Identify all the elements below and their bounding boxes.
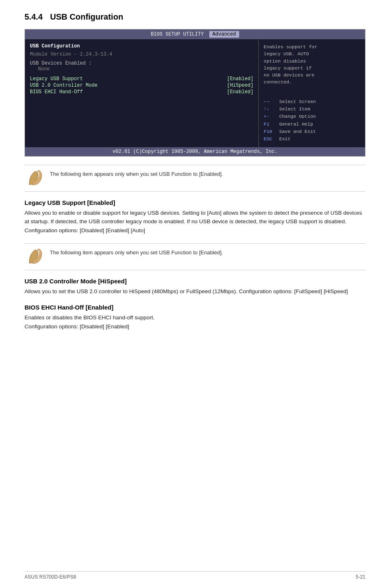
bios-key-desc-2: Change Option	[279, 113, 316, 120]
bios-setting-name-2: BIOS EHCI Hand-Off	[30, 89, 83, 95]
bios-setting-val-1: [HiSpeed]	[227, 83, 253, 88]
bios-key-0: ←→	[264, 98, 276, 105]
bios-setting-row-1[interactable]: USB 2.0 Controller Mode [HiSpeed]	[30, 83, 253, 88]
bios-right-panel: Enables support for legacy USB. AUTO opt…	[259, 39, 365, 147]
bios-keys: ←→ Select Screen ↑↓ Select Item +- Chang…	[264, 98, 360, 143]
bios-setting-row-0[interactable]: Legacy USB Support [Enabled]	[30, 76, 253, 82]
page-footer: ASUS RS700D-E6/PS8 5-21	[25, 571, 365, 580]
note-icon-0	[26, 169, 44, 187]
bios-key-row-5: ESC Exit	[264, 135, 360, 143]
bios-key-row-4: F10 Save and Exit	[264, 128, 360, 135]
note-box-0: The following item appears only when you…	[25, 165, 365, 192]
bios-key-row-2: +- Change Option	[264, 113, 360, 120]
note-text-1: The following item appears only when you…	[50, 248, 223, 256]
bios-key-3: F1	[264, 121, 276, 128]
bios-setting-val-0: [Enabled]	[227, 76, 253, 82]
bios-tab[interactable]: Advanced	[209, 31, 240, 38]
bios-setting-name-0: Legacy USB Support	[30, 76, 83, 82]
bios-key-row-3: F1 General Help	[264, 121, 360, 128]
bios-module-version: Module Version - 2.24.3-13.4	[30, 52, 253, 57]
content-body-0: Allows you to enable or disable support …	[25, 209, 365, 235]
bios-header: BIOS SETUP UTILITY Advanced	[25, 29, 365, 39]
bios-settings: Legacy USB Support [Enabled] USB 2.0 Con…	[30, 76, 253, 95]
bios-content: USB Configuration Module Version - 2.24.…	[25, 39, 365, 147]
footer-left: ASUS RS700D-E6/PS8	[25, 574, 76, 580]
bios-setting-name-1: USB 2.0 Controller Mode	[30, 83, 98, 88]
content-body-2: Enables or disables the BIOS EHCI hand-o…	[25, 313, 365, 331]
bios-key-desc-5: Exit	[279, 135, 291, 143]
content-section-0: Legacy USB Support [Enabled] Allows you …	[25, 199, 365, 235]
bios-left-panel: USB Configuration Module Version - 2.24.…	[25, 39, 259, 147]
bios-footer-text: v02.61 (C)Copyright 1985-2009, American …	[112, 149, 277, 155]
content-section-1: USB 2.0 Controller Mode [HiSpeed] Allows…	[25, 278, 365, 296]
bios-key-4: F10	[264, 128, 276, 135]
note-text-0: The following item appears only when you…	[50, 169, 223, 177]
bios-key-row-1: ↑↓ Select Item	[264, 105, 360, 113]
bios-footer: v02.61 (C)Copyright 1985-2009, American …	[25, 147, 365, 156]
bios-key-2: +-	[264, 113, 276, 120]
bios-key-desc-0: Select Screen	[279, 98, 316, 105]
bios-key-desc-4: Save and Exit	[279, 128, 316, 135]
bios-setting-val-2: [Enabled]	[227, 89, 253, 95]
bios-key-row-0: ←→ Select Screen	[264, 98, 360, 105]
note-box-1: The following item appears only when you…	[25, 243, 365, 270]
note-icon-1	[26, 248, 44, 266]
section-title: USB Configuration	[50, 12, 123, 22]
bios-item-title: USB Configuration	[30, 43, 253, 49]
bios-setting-row-2[interactable]: BIOS EHCI Hand-Off [Enabled]	[30, 89, 253, 95]
bios-header-title: BIOS SETUP UTILITY	[151, 31, 204, 37]
bios-key-1: ↑↓	[264, 105, 276, 113]
content-body-1: Allows you to set the USB 2.0 controller…	[25, 287, 365, 296]
bios-key-5: ESC	[264, 135, 276, 143]
bios-key-desc-3: General Help	[279, 121, 313, 128]
bios-key-desc-1: Select Item	[279, 105, 310, 113]
content-heading-0: Legacy USB Support [Enabled]	[25, 199, 365, 206]
content-section-2: BIOS EHCI Hand-Off [Enabled] Enables or …	[25, 304, 365, 331]
bios-devices-value: None	[38, 66, 50, 72]
bios-box: BIOS SETUP UTILITY Advanced USB Configur…	[25, 29, 365, 157]
bios-help-text: Enables support for legacy USB. AUTO opt…	[264, 43, 360, 86]
content-heading-1: USB 2.0 Controller Mode [HiSpeed]	[25, 278, 365, 285]
bios-devices: USB Devices Enabled : None	[30, 61, 253, 72]
bios-devices-label: USB Devices Enabled :	[30, 61, 92, 66]
section-heading: 5.4.4 USB Configuration	[25, 12, 365, 22]
content-heading-2: BIOS EHCI Hand-Off [Enabled]	[25, 304, 365, 311]
section-number: 5.4.4	[25, 12, 43, 22]
footer-right: 5-21	[356, 574, 365, 580]
